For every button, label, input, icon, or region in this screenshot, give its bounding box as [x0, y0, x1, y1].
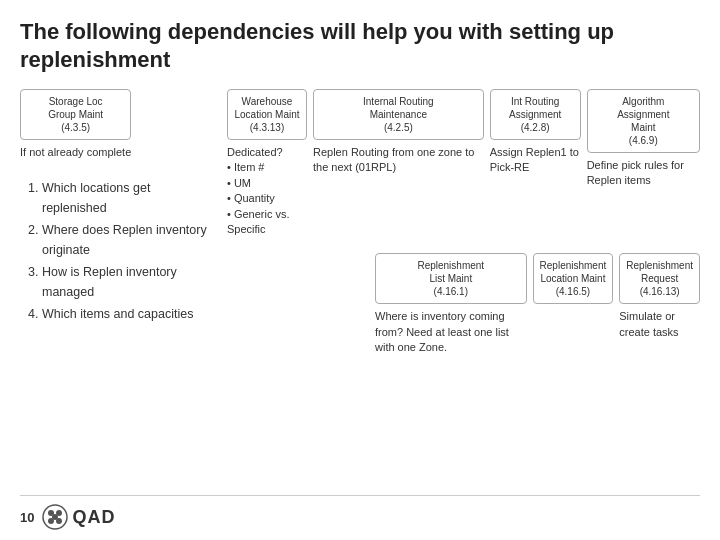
replen-list-desc: Where is inventory coming from? Need at … — [375, 309, 527, 355]
int-routing-assign-box: Int RoutingAssignment(4.2.8) — [490, 89, 581, 140]
algorithm-assign-label: AlgorithmAssignmentMaint(4.6.9) — [617, 96, 669, 146]
internal-routing-desc: Replen Routing from one zone to the next… — [313, 145, 484, 176]
replen-loc-box: ReplenishmentLocation Maint(4.16.5) — [533, 253, 614, 304]
warehouse-loc-label: WarehouseLocation Maint(4.3.13) — [234, 96, 299, 133]
logo: QAD — [42, 504, 115, 530]
int-routing-assign-col: Int RoutingAssignment(4.2.8) Assign Repl… — [490, 89, 581, 176]
replen-loc-label: ReplenishmentLocation Maint(4.16.5) — [540, 260, 607, 297]
internal-routing-col: Internal RoutingMaintenance(4.2.5) Reple… — [313, 89, 484, 176]
replen-request-label: ReplenishmentRequest(4.16.13) — [626, 260, 693, 297]
warehouse-loc-col: WarehouseLocation Maint(4.3.13) Dedicate… — [227, 89, 307, 237]
list-item: Where does Replen inventory originate — [42, 220, 215, 260]
internal-routing-box: Internal RoutingMaintenance(4.2.5) — [313, 89, 484, 140]
replen-list-box: ReplenishmentList Maint(4.16.1) — [375, 253, 527, 304]
qad-logo-icon — [42, 504, 68, 530]
warehouse-loc-box: WarehouseLocation Maint(4.3.13) — [227, 89, 307, 140]
left-panel: Storage LocGroup Maint(4.3.5) If not alr… — [20, 89, 215, 495]
footer: 10 QAD — [20, 495, 700, 530]
storage-loc-box: Storage LocGroup Maint(4.3.5) — [20, 89, 131, 140]
warehouse-loc-desc: Dedicated? • Item # • UM • Quantity • Ge… — [227, 145, 307, 237]
list-item: Which items and capacities — [42, 304, 215, 324]
replen-list-col: ReplenishmentList Maint(4.16.1) Where is… — [375, 253, 527, 355]
replen-request-col: ReplenishmentRequest(4.16.13) Simulate o… — [619, 253, 700, 340]
page-title: The following dependencies will help you… — [20, 18, 700, 73]
algorithm-assign-desc: Define pick rules for Replen items — [587, 158, 700, 189]
replen-request-desc: Simulate or create tasks — [619, 309, 700, 340]
internal-routing-label: Internal RoutingMaintenance(4.2.5) — [363, 96, 434, 133]
list-item: How is Replen inventory managed — [42, 262, 215, 302]
replen-request-box: ReplenishmentRequest(4.16.13) — [619, 253, 700, 304]
replen-list-label: ReplenishmentList Maint(4.16.1) — [417, 260, 484, 297]
algorithm-assign-col: AlgorithmAssignmentMaint(4.6.9) Define p… — [587, 89, 700, 189]
storage-loc-label: Storage LocGroup Maint(4.3.5) — [48, 96, 103, 133]
logo-text: QAD — [72, 507, 115, 528]
top-boxes-row: WarehouseLocation Maint(4.3.13) Dedicate… — [227, 89, 700, 237]
storage-loc-col: Storage LocGroup Maint(4.3.5) If not alr… — [20, 89, 131, 160]
int-routing-assign-desc: Assign Replen1 to Pick-RE — [490, 145, 581, 176]
page-number: 10 — [20, 510, 34, 525]
page: The following dependencies will help you… — [0, 0, 720, 540]
algorithm-assign-box: AlgorithmAssignmentMaint(4.6.9) — [587, 89, 700, 153]
svg-point-5 — [52, 514, 58, 520]
int-routing-assign-label: Int RoutingAssignment(4.2.8) — [509, 96, 561, 133]
left-top: Storage LocGroup Maint(4.3.5) If not alr… — [20, 89, 215, 160]
list-item: Which locations get replenished — [42, 178, 215, 218]
second-boxes-row: ReplenishmentList Maint(4.16.1) Where is… — [227, 253, 700, 355]
main-content: Storage LocGroup Maint(4.3.5) If not alr… — [20, 89, 700, 495]
right-panel: WarehouseLocation Maint(4.3.13) Dedicate… — [227, 89, 700, 495]
replen-loc-col: ReplenishmentLocation Maint(4.16.5) — [533, 253, 614, 309]
storage-loc-desc: If not already complete — [20, 145, 131, 160]
numbered-list: Which locations get replenished Where do… — [20, 178, 215, 326]
